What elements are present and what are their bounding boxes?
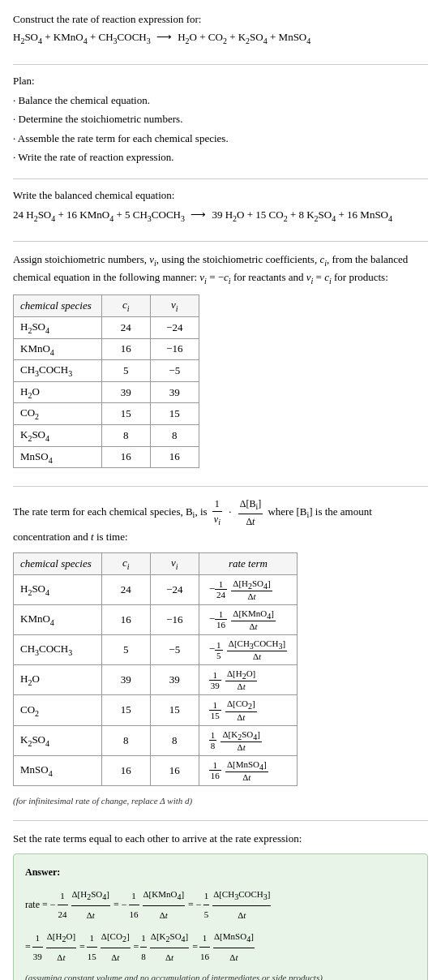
construct-label: Construct the rate of reaction expressio…	[13, 13, 428, 26]
col-rate: rate term	[199, 553, 297, 575]
vi-cell: −16	[150, 338, 199, 360]
rate-cell: −15 Δ[CH3COCH3]Δt	[199, 634, 297, 664]
vi-cell: −16	[150, 604, 199, 634]
set-rate-section: Set the rate terms equal to each other t…	[13, 831, 428, 980]
vi-cell: 15	[150, 403, 199, 425]
ci-cell: 16	[101, 446, 150, 468]
table-row: H2O 39 39 139 Δ[H2O]Δt	[14, 665, 298, 695]
ci-cell: 8	[101, 424, 150, 446]
vi-cell: −5	[150, 634, 199, 664]
set-rate-header: Set the rate terms equal to each other t…	[13, 831, 428, 847]
answer-box: Answer: rate = − 124 Δ[H2SO4]Δt = − 116 …	[13, 853, 428, 980]
col-species: chemical species	[14, 295, 102, 317]
table-row: K2SO4 8 8 18 Δ[K2SO4]Δt	[14, 725, 298, 755]
table-row: K2SO4 8 8	[14, 424, 199, 446]
rate-cell: −124 Δ[H2SO4]Δt	[199, 574, 297, 604]
plan-item-1: · Balance the chemical equation.	[13, 92, 428, 109]
vi-cell: −24	[150, 574, 199, 604]
species-cell: H2O	[14, 665, 102, 695]
vi-cell: 16	[150, 755, 199, 785]
species-cell: K2SO4	[14, 725, 102, 755]
rate-cell: −116 Δ[KMnO4]Δt	[199, 604, 297, 634]
rate-cell: 18 Δ[K2SO4]Δt	[199, 725, 297, 755]
species-cell: CH3COCH3	[14, 634, 102, 664]
balanced-section: Write the balanced chemical equation: 24…	[13, 189, 428, 243]
table-row: KMnO4 16 −16	[14, 338, 199, 360]
rate-expression-line2: = 139 Δ[H2O]Δt = 115 Δ[CO2]Δt = 18 Δ[K2S…	[25, 927, 416, 966]
table-row: CO2 15 15 115 Δ[CO2]Δt	[14, 695, 298, 725]
species-cell: CH3COCH3	[14, 360, 102, 382]
balanced-header: Write the balanced chemical equation:	[13, 189, 428, 202]
title-section: Construct the rate of reaction expressio…	[13, 13, 428, 65]
main-reaction: H2SO4 + KMnO4 + CH3COCH3 ⟶ H2O + CO2 + K…	[13, 29, 428, 48]
rate-cell: 116 Δ[MnSO4]Δt	[199, 755, 297, 785]
species-cell: KMnO4	[14, 338, 102, 360]
table-row: H2SO4 24 −24 −124 Δ[H2SO4]Δt	[14, 574, 298, 604]
rate-cell: 139 Δ[H2O]Δt	[199, 665, 297, 695]
rate-expression-line1: rate = − 124 Δ[H2SO4]Δt = − 116 Δ[KMnO4]…	[25, 885, 416, 924]
balanced-equation: 24 H2SO4 + 16 KMnO4 + 5 CH3COCH3 ⟶ 39 H2…	[13, 207, 428, 226]
stoich-section: Assign stoichiometric numbers, νi, using…	[13, 251, 428, 487]
plan-item-2: · Determine the stoichiometric numbers.	[13, 111, 428, 127]
plan-item-3: · Assemble the rate term for each chemic…	[13, 131, 428, 147]
vi-cell: −24	[150, 316, 199, 338]
col-species: chemical species	[14, 553, 102, 575]
ci-cell: 16	[101, 755, 150, 785]
table-row: H2O 39 39	[14, 381, 199, 403]
ci-cell: 5	[101, 634, 150, 664]
vi-cell: 16	[150, 446, 199, 468]
ci-cell: 39	[101, 665, 150, 695]
species-cell: K2SO4	[14, 424, 102, 446]
table-row: MnSO4 16 16 116 Δ[MnSO4]Δt	[14, 755, 298, 785]
stoich-table: chemical species ci νi H2SO4 24 −24 KMnO…	[13, 294, 199, 468]
rate-table: chemical species ci νi rate term H2SO4 2…	[13, 552, 298, 786]
species-cell: MnSO4	[14, 446, 102, 468]
rate-term-header: The rate term for each chemical species,…	[13, 496, 428, 544]
ci-cell: 15	[101, 403, 150, 425]
vi-cell: −5	[150, 360, 199, 382]
answer-label: Answer:	[25, 862, 416, 882]
table-row: CH3COCH3 5 −5 −15 Δ[CH3COCH3]Δt	[14, 634, 298, 664]
species-cell: H2SO4	[14, 574, 102, 604]
vi-cell: 8	[150, 424, 199, 446]
vi-cell: 39	[150, 665, 199, 695]
species-cell: CO2	[14, 403, 102, 425]
rate-cell: 115 Δ[CO2]Δt	[199, 695, 297, 725]
ci-cell: 16	[101, 604, 150, 634]
table-row: CO2 15 15	[14, 403, 199, 425]
species-cell: CO2	[14, 695, 102, 725]
stoich-header: Assign stoichiometric numbers, νi, using…	[13, 251, 428, 286]
table-row: KMnO4 16 −16 −116 Δ[KMnO4]Δt	[14, 604, 298, 634]
ci-cell: 24	[101, 316, 150, 338]
answer-note: (assuming constant volume and no accumul…	[25, 971, 416, 980]
rate-term-section: The rate term for each chemical species,…	[13, 496, 428, 821]
plan-section: Plan: · Balance the chemical equation. ·…	[13, 75, 428, 179]
species-cell: KMnO4	[14, 604, 102, 634]
plan-header: Plan:	[13, 75, 428, 88]
species-cell: H2SO4	[14, 316, 102, 338]
ci-cell: 15	[101, 695, 150, 725]
col-vi: νi	[150, 553, 199, 575]
plan-item-4: · Write the rate of reaction expression.	[13, 149, 428, 165]
ci-cell: 8	[101, 725, 150, 755]
ci-cell: 16	[101, 338, 150, 360]
vi-cell: 8	[150, 725, 199, 755]
table-row: MnSO4 16 16	[14, 446, 199, 468]
table-row: CH3COCH3 5 −5	[14, 360, 199, 382]
col-vi: νi	[150, 295, 199, 317]
species-cell: H2O	[14, 381, 102, 403]
ci-cell: 39	[101, 381, 150, 403]
table-row: H2SO4 24 −24	[14, 316, 199, 338]
species-cell: MnSO4	[14, 755, 102, 785]
col-ci: ci	[101, 553, 150, 575]
col-ci: ci	[101, 295, 150, 317]
vi-cell: 39	[150, 381, 199, 403]
vi-cell: 15	[150, 695, 199, 725]
ci-cell: 5	[101, 360, 150, 382]
infinitesimal-note: (for infinitesimal rate of change, repla…	[13, 794, 428, 808]
ci-cell: 24	[101, 574, 150, 604]
